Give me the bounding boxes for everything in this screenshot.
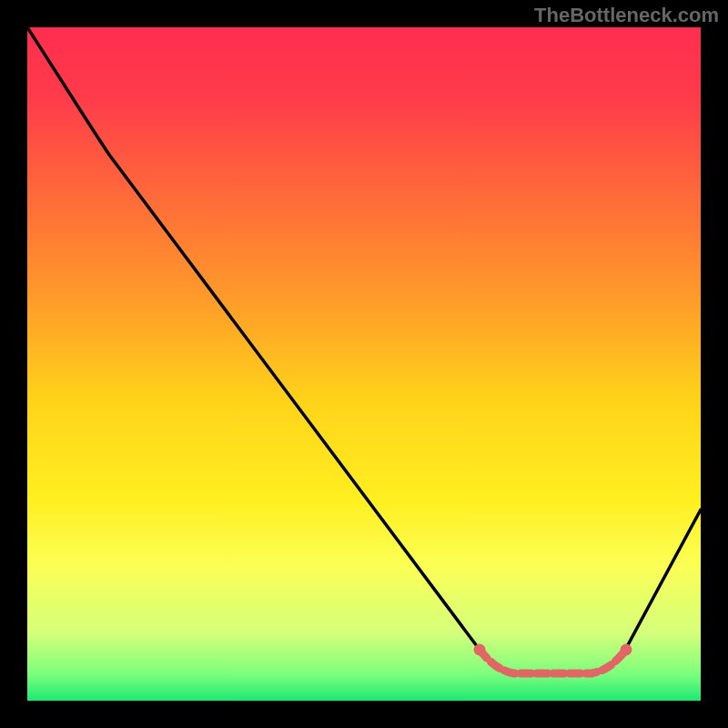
gradient-background — [27, 27, 701, 701]
watermark-text: TheBottleneck.com — [534, 4, 719, 27]
chart-container: TheBottleneck.com — [0, 0, 728, 728]
highlight-dot-left — [474, 644, 486, 656]
bottleneck-chart — [27, 27, 701, 701]
highlight-dot-right — [621, 644, 632, 656]
